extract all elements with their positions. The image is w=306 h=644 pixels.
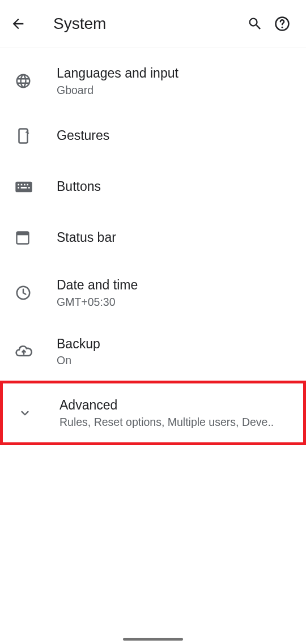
- globe-icon: [15, 72, 32, 89]
- svg-rect-2: [19, 129, 28, 143]
- svg-rect-6: [24, 184, 26, 185]
- svg-rect-12: [17, 232, 29, 235]
- item-sub: Rules, Reset options, Multiple users, De…: [60, 416, 293, 429]
- svg-point-1: [282, 27, 283, 28]
- item-label: Advanced: [60, 397, 293, 413]
- gestures-icon: [15, 127, 32, 144]
- item-backup[interactable]: Backup On: [0, 322, 306, 381]
- item-languages-and-input[interactable]: Languages and input Gboard: [0, 52, 306, 110]
- cloud-upload-icon: [15, 342, 33, 360]
- help-icon: [274, 15, 291, 32]
- item-buttons[interactable]: Buttons: [0, 161, 306, 212]
- svg-rect-5: [21, 184, 23, 185]
- settings-list: Languages and input Gboard Gestures: [0, 48, 306, 445]
- page-title: System: [53, 15, 241, 33]
- item-advanced[interactable]: Advanced Rules, Reset options, Multiple …: [0, 381, 306, 445]
- svg-rect-9: [21, 187, 27, 189]
- search-icon: [247, 16, 263, 32]
- statusbar-icon: [15, 230, 31, 246]
- chevron-down-icon: [18, 406, 32, 420]
- svg-rect-10: [28, 187, 30, 189]
- item-sub: On: [57, 354, 296, 367]
- help-button[interactable]: [269, 10, 296, 37]
- svg-rect-4: [18, 184, 19, 185]
- item-date-and-time[interactable]: Date and time GMT+05:30: [0, 263, 306, 322]
- item-gestures[interactable]: Gestures: [0, 110, 306, 161]
- item-label: Gestures: [57, 127, 296, 144]
- item-sub: Gboard: [57, 84, 296, 97]
- app-bar: System: [0, 0, 306, 48]
- item-sub: GMT+05:30: [57, 296, 296, 309]
- item-label: Languages and input: [57, 65, 296, 82]
- item-label: Date and time: [57, 277, 296, 293]
- search-button[interactable]: [241, 10, 269, 37]
- svg-rect-7: [27, 184, 28, 185]
- item-label: Backup: [57, 336, 296, 352]
- item-label: Status bar: [57, 229, 296, 246]
- clock-icon: [15, 284, 32, 301]
- item-status-bar[interactable]: Status bar: [0, 212, 306, 263]
- arrow-back-icon: [10, 16, 26, 32]
- keyboard-icon: [15, 181, 33, 193]
- back-button[interactable]: [10, 16, 33, 32]
- svg-rect-8: [18, 187, 19, 189]
- item-label: Buttons: [57, 178, 296, 195]
- navigation-handle[interactable]: [123, 638, 183, 641]
